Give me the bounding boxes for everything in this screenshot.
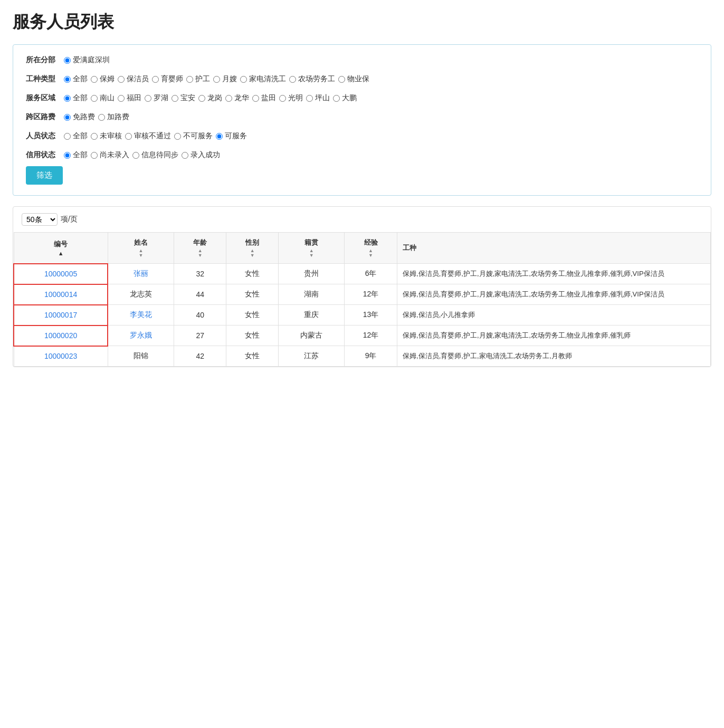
filter-option-status-rejected[interactable]: 审核不通过 [125, 131, 171, 141]
filter-option-status-all[interactable]: 全部 [64, 131, 88, 141]
filter-option-area-yantian[interactable]: 盐田 [252, 93, 276, 103]
filter-panel: 所在分部 爱满庭深圳 工种类型 全部 保姆 保洁员 育婴师 护工 月嫂 家电清洗… [13, 44, 711, 196]
cell-origin: 湖南 [279, 284, 345, 305]
filter-option-job-baojie[interactable]: 保洁员 [118, 74, 149, 84]
filter-option-credit-not-entered[interactable]: 尚未录入 [91, 150, 129, 160]
cell-experience: 13年 [344, 305, 397, 325]
page-title: 服务人员列表 [13, 11, 711, 34]
staff-table: 编号 ▲ 姓名 ▲▼ 年龄 ▲▼ [13, 232, 711, 367]
cell-gender: 女性 [226, 325, 279, 346]
filter-option-area-pingshan[interactable]: 坪山 [306, 93, 330, 103]
cell-origin: 重庆 [279, 305, 345, 325]
cell-name: 阳锦 [108, 346, 174, 367]
filter-option-job-all[interactable]: 全部 [64, 74, 88, 84]
filter-option-area-baoan[interactable]: 宝安 [172, 93, 195, 103]
table-header-row: 编号 ▲ 姓名 ▲▼ 年龄 ▲▼ [14, 233, 711, 264]
filter-row-job-type: 工种类型 全部 保姆 保洁员 育婴师 护工 月嫂 家电清洗工 农场劳务工 物业保 [26, 74, 698, 84]
col-header-gender[interactable]: 性别 ▲▼ [226, 233, 279, 264]
filter-label-credit: 信用状态 [26, 150, 64, 160]
filter-options-branch: 爱满庭深圳 [64, 55, 110, 65]
filter-option-area-guangming[interactable]: 光明 [279, 93, 303, 103]
filter-option-job-hugong[interactable]: 护工 [186, 74, 210, 84]
filter-option-area-dapeng[interactable]: 大鹏 [333, 93, 357, 103]
filter-option-job-wuye[interactable]: 物业保 [338, 74, 369, 84]
cell-id[interactable]: 10000017 [14, 305, 108, 325]
cell-origin: 内蒙古 [279, 325, 345, 346]
cell-name[interactable]: 罗永娥 [108, 325, 174, 346]
table-row: 10000020罗永娥27女性内蒙古12年保姆,保洁员,育婴师,护工,月嫂,家电… [14, 325, 711, 346]
filter-label-cross: 跨区路费 [26, 112, 64, 122]
filter-option-status-unavailable[interactable]: 不可服务 [174, 131, 213, 141]
filter-row-cross: 跨区路费 免路费 加路费 [26, 112, 698, 122]
filter-option-area-longgang[interactable]: 龙岗 [198, 93, 222, 103]
filter-option-job-yuesao[interactable]: 月嫂 [213, 74, 237, 84]
cell-id[interactable]: 10000014 [14, 284, 108, 305]
cell-job: 保姆,保洁员,小儿推拿师 [397, 305, 711, 325]
filter-label-job-type: 工种类型 [26, 74, 64, 84]
filter-row-credit: 信用状态 全部 尚未录入 信息待同步 录入成功 [26, 150, 698, 160]
radio-branch-aimitingsz[interactable] [64, 57, 71, 64]
cell-experience: 12年 [344, 284, 397, 305]
cell-name: 龙志英 [108, 284, 174, 305]
filter-option-credit-all[interactable]: 全部 [64, 150, 88, 160]
filter-button[interactable]: 筛选 [26, 166, 63, 185]
cell-age: 42 [174, 346, 226, 367]
per-page-select[interactable]: 50条 10条 20条 100条 [22, 213, 58, 226]
cell-age: 27 [174, 325, 226, 346]
per-page-label: 项/页 [61, 215, 78, 224]
filter-option-job-baomu[interactable]: 保姆 [91, 74, 115, 84]
col-header-name[interactable]: 姓名 ▲▼ [108, 233, 174, 264]
table-top-bar: 50条 10条 20条 100条 项/页 [13, 207, 711, 232]
filter-row-area: 服务区域 全部 南山 福田 罗湖 宝安 龙岗 龙华 盐田 光明 坪山 大鹏 [26, 93, 698, 103]
filter-option-area-all[interactable]: 全部 [64, 93, 88, 103]
col-header-id[interactable]: 编号 ▲ [14, 233, 108, 264]
filter-option-job-yuying[interactable]: 育婴师 [152, 74, 183, 84]
cell-age: 40 [174, 305, 226, 325]
filter-options-status: 全部 未审核 审核不通过 不可服务 可服务 [64, 131, 247, 141]
cell-id[interactable]: 10000005 [14, 264, 108, 284]
filter-row-branch: 所在分部 爱满庭深圳 [26, 55, 698, 65]
cell-origin: 贵州 [279, 264, 345, 284]
filter-label-branch: 所在分部 [26, 55, 64, 65]
cell-experience: 6年 [344, 264, 397, 284]
cell-experience: 12年 [344, 325, 397, 346]
table-row: 10000005张丽32女性贵州6年保姆,保洁员,育婴师,护工,月嫂,家电清洗工… [14, 264, 711, 284]
cell-gender: 女性 [226, 346, 279, 367]
table-body: 10000005张丽32女性贵州6年保姆,保洁员,育婴师,护工,月嫂,家电清洗工… [14, 264, 711, 367]
cell-origin: 江苏 [279, 346, 345, 367]
table-row: 10000014龙志英44女性湖南12年保姆,保洁员,育婴师,护工,月嫂,家电清… [14, 284, 711, 305]
filter-option-area-futian[interactable]: 福田 [118, 93, 141, 103]
table-row: 10000017李美花40女性重庆13年保姆,保洁员,小儿推拿师 [14, 305, 711, 325]
filter-options-cross: 免路费 加路费 [64, 112, 129, 122]
filter-options-job-type: 全部 保姆 保洁员 育婴师 护工 月嫂 家电清洗工 农场劳务工 物业保 [64, 74, 369, 84]
filter-option-status-available[interactable]: 可服务 [216, 131, 247, 141]
col-header-age[interactable]: 年龄 ▲▼ [174, 233, 226, 264]
filter-option-cross-free[interactable]: 免路费 [64, 112, 95, 122]
filter-option-job-jiadian[interactable]: 家电清洗工 [240, 74, 286, 84]
cell-gender: 女性 [226, 264, 279, 284]
filter-options-area: 全部 南山 福田 罗湖 宝安 龙岗 龙华 盐田 光明 坪山 大鹏 [64, 93, 357, 103]
col-header-origin[interactable]: 籍贯 ▲▼ [279, 233, 345, 264]
table-panel: 50条 10条 20条 100条 项/页 编号 ▲ 姓名 ▲▼ [13, 206, 711, 367]
filter-option-credit-success[interactable]: 录入成功 [182, 150, 220, 160]
cell-id[interactable]: 10000020 [14, 325, 108, 346]
filter-option-cross-extra[interactable]: 加路费 [98, 112, 129, 122]
col-header-job: 工种 [397, 233, 711, 264]
filter-option-credit-pending[interactable]: 信息待同步 [132, 150, 178, 160]
cell-name[interactable]: 张丽 [108, 264, 174, 284]
filter-option-job-nongchang[interactable]: 农场劳务工 [289, 74, 335, 84]
cell-experience: 9年 [344, 346, 397, 367]
filter-option-area-luohu[interactable]: 罗湖 [145, 93, 168, 103]
filter-option-branch-aimitingsz[interactable]: 爱满庭深圳 [64, 55, 110, 65]
col-header-experience[interactable]: 经验 ▲▼ [344, 233, 397, 264]
filter-option-area-nanshan[interactable]: 南山 [91, 93, 115, 103]
filter-option-area-longhua[interactable]: 龙华 [225, 93, 249, 103]
cell-name[interactable]: 李美花 [108, 305, 174, 325]
cell-job: 保姆,保洁员,育婴师,护工,月嫂,家电清洗工,农场劳务工,物业儿推拿师,催乳师,… [397, 264, 711, 284]
cell-job: 保姆,保洁员,育婴师,护工,月嫂,家电清洗工,农场劳务工,物业儿推拿师,催乳师,… [397, 284, 711, 305]
table-row: 10000023阳锦42女性江苏9年保姆,保洁员,育婴师,护工,家电清洗工,农场… [14, 346, 711, 367]
cell-id[interactable]: 10000023 [14, 346, 108, 367]
filter-option-status-unreviewed[interactable]: 未审核 [91, 131, 122, 141]
filter-label-area: 服务区域 [26, 93, 64, 103]
cell-gender: 女性 [226, 305, 279, 325]
